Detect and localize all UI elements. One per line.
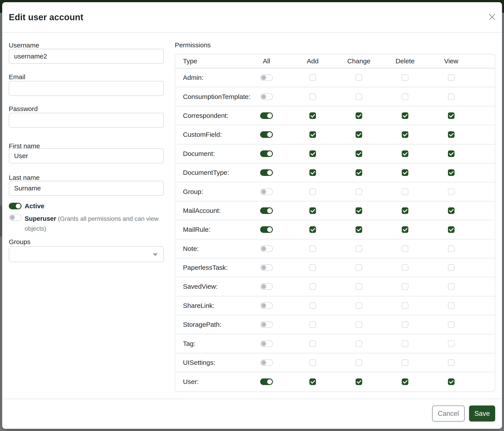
permission-add-checkbox[interactable] <box>309 226 316 233</box>
permissions-table: TypeAllAddChangeDeleteView Admin: Consum… <box>175 54 495 392</box>
permission-all-toggle[interactable] <box>260 93 273 100</box>
permission-all-toggle[interactable] <box>260 74 273 81</box>
permission-all-toggle[interactable] <box>260 169 273 176</box>
permission-change-checkbox[interactable] <box>356 226 362 233</box>
permission-change-checkbox[interactable] <box>356 169 362 176</box>
permission-add-checkbox[interactable] <box>309 302 316 309</box>
permission-view-checkbox[interactable] <box>448 112 455 119</box>
permission-all-toggle[interactable] <box>260 264 273 271</box>
permission-delete-checkbox[interactable] <box>402 93 408 100</box>
permission-add-checkbox[interactable] <box>309 74 316 81</box>
permission-all-toggle[interactable] <box>260 378 273 385</box>
permission-view-checkbox[interactable] <box>448 150 455 157</box>
superuser-toggle[interactable] <box>9 214 22 221</box>
permission-row: PaperlessTask: <box>175 258 495 277</box>
permission-delete-checkbox[interactable] <box>402 169 408 176</box>
permission-add-checkbox[interactable] <box>309 245 316 252</box>
permission-view-checkbox[interactable] <box>448 264 455 271</box>
permission-add-checkbox[interactable] <box>309 283 316 290</box>
username-field[interactable] <box>9 49 164 64</box>
permission-add-checkbox[interactable] <box>309 112 316 119</box>
permission-delete-checkbox[interactable] <box>402 74 408 81</box>
permission-change-checkbox[interactable] <box>356 131 362 138</box>
permission-change-checkbox[interactable] <box>356 112 362 119</box>
permission-all-toggle[interactable] <box>260 302 273 309</box>
permission-delete-checkbox[interactable] <box>402 302 408 309</box>
permission-view-checkbox[interactable] <box>448 245 455 252</box>
permission-change-checkbox[interactable] <box>356 93 362 100</box>
permission-delete-checkbox[interactable] <box>402 226 408 233</box>
permission-all-toggle[interactable] <box>260 150 273 157</box>
permission-all-toggle[interactable] <box>260 131 273 138</box>
permission-delete-checkbox[interactable] <box>402 359 408 366</box>
save-button[interactable]: Save <box>469 405 495 422</box>
permission-add-checkbox[interactable] <box>309 359 316 366</box>
permission-view-checkbox[interactable] <box>448 131 455 138</box>
permission-view-checkbox[interactable] <box>448 359 455 366</box>
permission-view-checkbox[interactable] <box>448 169 455 176</box>
permission-add-checkbox[interactable] <box>309 378 316 385</box>
permission-add-checkbox[interactable] <box>309 264 316 271</box>
permission-add-checkbox[interactable] <box>309 93 316 100</box>
permission-all-toggle[interactable] <box>260 226 273 233</box>
permission-add-checkbox[interactable] <box>309 169 316 176</box>
permission-change-checkbox[interactable] <box>356 264 362 271</box>
permission-delete-checkbox[interactable] <box>402 131 408 138</box>
permission-delete-checkbox[interactable] <box>402 112 408 119</box>
permission-delete-checkbox[interactable] <box>402 283 408 290</box>
cancel-button[interactable]: Cancel <box>432 405 465 422</box>
permission-change-checkbox[interactable] <box>356 341 362 347</box>
permission-view-checkbox[interactable] <box>448 341 455 347</box>
active-toggle[interactable] <box>9 203 22 209</box>
permission-change-checkbox[interactable] <box>356 359 362 366</box>
permission-view-checkbox[interactable] <box>448 321 455 328</box>
permission-all-toggle[interactable] <box>260 112 273 119</box>
permission-view-checkbox[interactable] <box>448 74 455 81</box>
permission-view-checkbox[interactable] <box>448 189 455 195</box>
permission-all-toggle[interactable] <box>260 245 273 252</box>
permission-change-checkbox[interactable] <box>356 207 362 214</box>
permission-add-checkbox[interactable] <box>309 341 316 347</box>
permission-delete-checkbox[interactable] <box>402 207 408 214</box>
permission-add-checkbox[interactable] <box>309 150 316 157</box>
permission-view-checkbox[interactable] <box>448 93 455 100</box>
permission-add-checkbox[interactable] <box>309 321 316 328</box>
permission-change-checkbox[interactable] <box>356 283 362 290</box>
permission-add-checkbox[interactable] <box>309 131 316 138</box>
email-field[interactable] <box>9 81 164 96</box>
permission-delete-checkbox[interactable] <box>402 245 408 252</box>
password-field[interactable] <box>9 113 164 128</box>
permission-view-checkbox[interactable] <box>448 207 455 214</box>
permission-delete-checkbox[interactable] <box>402 321 408 328</box>
permission-add-checkbox[interactable] <box>309 207 316 214</box>
permission-all-toggle[interactable] <box>260 189 273 195</box>
permission-all-toggle[interactable] <box>260 359 273 366</box>
permission-all-toggle[interactable] <box>260 341 273 347</box>
permission-change-checkbox[interactable] <box>356 74 362 81</box>
permission-view-checkbox[interactable] <box>448 226 455 233</box>
permission-delete-checkbox[interactable] <box>402 150 408 157</box>
permission-change-checkbox[interactable] <box>356 321 362 328</box>
last-name-field[interactable] <box>9 181 164 196</box>
permission-delete-checkbox[interactable] <box>402 341 408 347</box>
permission-all-toggle[interactable] <box>260 283 273 290</box>
permission-view-checkbox[interactable] <box>448 302 455 309</box>
permission-add-checkbox[interactable] <box>309 189 316 195</box>
permission-change-checkbox[interactable] <box>356 378 362 385</box>
permission-row: Group: <box>175 182 495 201</box>
permission-delete-checkbox[interactable] <box>402 378 408 385</box>
permission-change-checkbox[interactable] <box>356 302 362 309</box>
permission-all-toggle[interactable] <box>260 207 273 214</box>
groups-select[interactable] <box>9 246 164 262</box>
password-label: Password <box>9 105 38 113</box>
permission-delete-checkbox[interactable] <box>402 189 408 195</box>
close-button[interactable] <box>487 12 497 22</box>
permission-change-checkbox[interactable] <box>356 150 362 157</box>
permission-view-checkbox[interactable] <box>448 378 455 385</box>
permission-change-checkbox[interactable] <box>356 189 362 195</box>
permission-view-checkbox[interactable] <box>448 283 455 290</box>
first-name-field[interactable] <box>9 148 164 163</box>
permission-delete-checkbox[interactable] <box>402 264 408 271</box>
permission-all-toggle[interactable] <box>260 321 273 328</box>
permission-change-checkbox[interactable] <box>356 245 362 252</box>
